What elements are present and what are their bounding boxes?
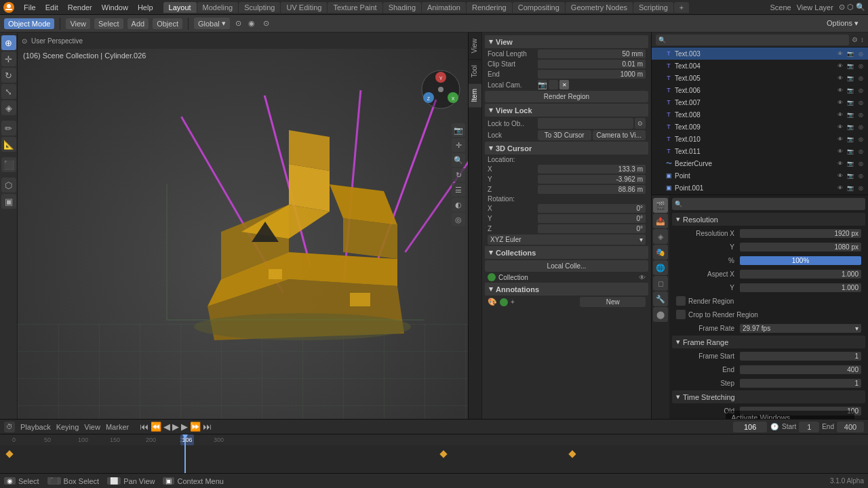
frame-clock-icon[interactable]: 🕐	[770, 422, 779, 432]
outliner-item-point[interactable]: ▣ Point 👁 📷 ◎	[652, 169, 868, 182]
props-tab-scene[interactable]: 🎭	[653, 245, 668, 260]
step-forward-btn[interactable]: ⏩	[190, 422, 201, 432]
camera-view-icon[interactable]: 📷	[452, 123, 465, 137]
annotate-tool[interactable]: ✏	[1, 121, 16, 136]
eye-btn[interactable]: 👁	[835, 98, 845, 107]
view-layer-selector[interactable]: View Layer	[797, 3, 833, 12]
frame-start-value[interactable]: 1	[740, 352, 861, 361]
camera-btn[interactable]: 📷	[846, 49, 855, 58]
outliner-item-text008[interactable]: T Text.008 👁 📷 ◎	[652, 108, 868, 121]
camera-btn[interactable]: 📷	[846, 159, 855, 168]
outliner-search[interactable]: 🔍	[656, 35, 849, 45]
eye-btn[interactable]: 👁	[835, 122, 845, 131]
menu-render[interactable]: Render	[63, 2, 97, 13]
options-btn[interactable]: Options ▾	[821, 18, 864, 29]
add-cube-tool[interactable]: ⬛	[1, 157, 16, 172]
workspace-tab-uv[interactable]: UV Editing	[281, 2, 327, 13]
render-region-btn[interactable]: Render Region	[485, 91, 648, 102]
res-x-value[interactable]: 1920 px	[740, 229, 861, 238]
render-btn[interactable]: ◎	[856, 61, 865, 70]
workspace-tab-geometry[interactable]: Geometry Nodes	[566, 2, 633, 13]
outliner-filter-btn[interactable]: ⚙	[852, 36, 858, 43]
props-tab-render[interactable]: 🎬	[653, 198, 668, 213]
aspect-x-value[interactable]: 1.000	[740, 270, 861, 279]
camera-btn[interactable]: 📷	[846, 171, 855, 180]
step-back-btn[interactable]: ⏪	[151, 422, 161, 432]
render-btn[interactable]: ◎	[856, 146, 865, 156]
workspace-tab-add[interactable]: +	[674, 2, 689, 13]
outliner-item-text010[interactable]: T Text.010 👁 📷 ◎	[652, 133, 868, 145]
jump-start-btn[interactable]: ⏮	[140, 422, 149, 432]
object-menu[interactable]: Object	[153, 18, 182, 29]
render-btn[interactable]: ◎	[856, 122, 865, 131]
local-collection-btn[interactable]: Local Colle...	[485, 260, 648, 272]
time-stretch-header[interactable]: ▾ Time Stretching	[672, 390, 865, 403]
render-btn[interactable]: ◎	[856, 159, 865, 168]
step-forward-frame-btn[interactable]: ▶	[181, 422, 188, 432]
camera-btn[interactable]: 📷	[846, 61, 855, 70]
view-section-header[interactable]: ▾ View	[485, 35, 648, 48]
cursor-z-value[interactable]: 88.86 m	[538, 185, 646, 194]
playback-menu[interactable]: Playback	[20, 423, 51, 431]
outliner-item-point002[interactable]: ▣ Point.002 👁 📷 ◎	[652, 194, 868, 195]
eye-btn[interactable]: 👁	[835, 146, 845, 156]
cursor-3d-header[interactable]: ▾ 3D Cursor	[485, 142, 648, 155]
timeline-mode-icon[interactable]: ⏱	[4, 422, 15, 432]
props-search[interactable]: 🔍	[672, 198, 865, 210]
scene-selector[interactable]: Scene	[770, 3, 791, 12]
annotations-new-btn[interactable]: New	[580, 297, 646, 307]
viewport[interactable]: ⊙ User Perspective (106) Scene Collectio…	[18, 33, 468, 473]
cursor-rz-value[interactable]: 0°	[538, 224, 646, 233]
frame-range-section-header[interactable]: ▾ Frame Range	[672, 336, 865, 348]
measure-tool[interactable]: 📐	[1, 137, 16, 152]
eye-btn[interactable]: 👁	[835, 110, 845, 119]
menu-file[interactable]: File	[19, 2, 41, 13]
outliner-item-point001[interactable]: ▣ Point.001 👁 📷 ◎	[652, 182, 868, 194]
camera-btn[interactable]: 📷	[846, 98, 855, 107]
zoom-icon[interactable]: 🔍	[452, 153, 465, 167]
tool-extra-2[interactable]: ▣	[1, 194, 16, 209]
rotation-mode-selector[interactable]: XYZ Euler ▾	[488, 235, 646, 245]
move-icon[interactable]: ✛	[452, 138, 465, 152]
outliner-item-text004[interactable]: T Text.004 👁 📷 ◎	[652, 60, 868, 72]
outliner-item-text009[interactable]: T Text.009 👁 📷 ◎	[652, 121, 868, 133]
cursor-y-value[interactable]: -3.962 m	[538, 175, 646, 184]
workspace-tab-layout[interactable]: Layout	[163, 2, 197, 13]
menu-edit[interactable]: Edit	[41, 2, 63, 13]
global-transform-selector[interactable]: Global ▾	[194, 18, 230, 29]
menu-help[interactable]: Help	[133, 2, 158, 13]
camera-btn[interactable]: 📷	[846, 85, 855, 95]
res-y-value[interactable]: 1080 px	[740, 243, 861, 251]
lock-to-object-picker[interactable]: ⊙	[635, 118, 646, 129]
render-btn[interactable]: ◎	[856, 171, 865, 180]
view-menu[interactable]: View	[66, 18, 90, 29]
props-tab-world[interactable]: 🌐	[653, 260, 668, 275]
navigation-gizmo[interactable]: Y X Z	[420, 69, 461, 110]
jump-end-btn[interactable]: ⏭	[203, 422, 212, 432]
cursor-ry-value[interactable]: 0°	[538, 214, 646, 223]
eye-btn[interactable]: 👁	[835, 85, 845, 95]
workspace-tab-animation[interactable]: Animation	[422, 2, 466, 13]
snap-toggle[interactable]: ⊙	[233, 18, 244, 29]
outliner-sort-btn[interactable]: ↕	[861, 36, 864, 43]
local-cam-close[interactable]: ✕	[559, 80, 569, 89]
render-btn[interactable]: ◎	[856, 134, 865, 144]
annotations-palette[interactable]: 🎨	[488, 298, 497, 306]
menu-window[interactable]: Window	[97, 2, 133, 13]
camera-btn[interactable]: 📷	[846, 146, 855, 156]
proportional-edit[interactable]: ◉	[245, 18, 258, 29]
res-pct-value[interactable]: 100%	[740, 256, 861, 265]
render-btn[interactable]: ◎	[856, 98, 865, 107]
move-tool[interactable]: ✛	[1, 52, 16, 66]
render-btn[interactable]: ◎	[856, 85, 865, 95]
viewport-shade-icon[interactable]: ◐	[452, 198, 465, 211]
cursor-tool[interactable]: ⊕	[1, 35, 16, 50]
object-mode-selector[interactable]: Object Mode	[4, 18, 54, 29]
overlay-icon[interactable]: ◎	[452, 213, 465, 226]
frame-rate-selector[interactable]: 29.97 fps ▾	[740, 324, 861, 333]
local-cam-icon[interactable]: 📷	[538, 80, 547, 89]
eye-btn[interactable]: 👁	[835, 171, 845, 180]
local-cam-toggle-1[interactable]	[549, 80, 558, 89]
outliner-item-text007[interactable]: T Text.007 👁 📷 ◎	[652, 96, 868, 108]
timeline-ruler[interactable]: 0 50 100 150 200 250 300 106	[0, 434, 868, 473]
